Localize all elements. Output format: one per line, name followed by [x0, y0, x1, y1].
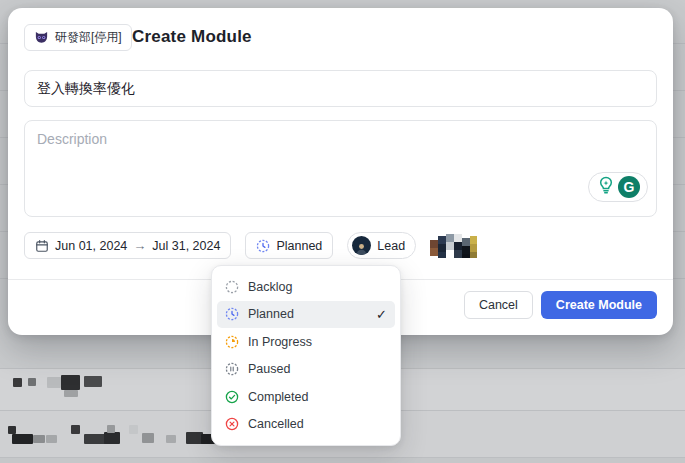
- start-date: Jun 01, 2024: [55, 239, 127, 253]
- status-option-paused[interactable]: Paused: [217, 356, 395, 384]
- create-module-button[interactable]: Create Module: [541, 291, 657, 319]
- backlog-icon: [225, 280, 239, 294]
- screen: 研發部[停用] Create Module G: [0, 0, 685, 463]
- grammarly-widget[interactable]: G: [588, 172, 648, 202]
- cancelled-icon: [225, 417, 239, 431]
- status-dropdown: Backlog Planned ✓ In Progress: [211, 265, 401, 446]
- redacted-pixel-block: [470, 252, 477, 258]
- end-date: Jul 31, 2024: [152, 239, 220, 253]
- module-name-input[interactable]: [24, 70, 657, 107]
- background-gridline: [0, 457, 685, 458]
- in-progress-icon: [225, 335, 239, 349]
- status-option-completed[interactable]: Completed: [217, 383, 395, 411]
- redacted-pixel-block: [462, 254, 470, 258]
- redacted-pixel-block: [446, 242, 454, 250]
- redacted-pixel-block: [454, 250, 462, 258]
- status-option-cancelled[interactable]: Cancelled: [217, 411, 395, 439]
- status-option-planned[interactable]: Planned ✓: [217, 301, 395, 329]
- status-option-label: Cancelled: [248, 417, 304, 431]
- redacted-pixel-block: [462, 246, 470, 254]
- redacted-pixel-block: [438, 236, 446, 244]
- project-monster-icon: [34, 30, 49, 45]
- module-description-input[interactable]: [24, 120, 657, 217]
- date-range-button[interactable]: Jun 01, 2024 → Jul 31, 2024: [24, 232, 231, 259]
- status-option-label: Paused: [248, 362, 290, 376]
- completed-icon: [225, 390, 239, 404]
- calendar-icon: [35, 239, 49, 253]
- status-option-label: Planned: [248, 307, 294, 321]
- lead-label: Lead: [377, 239, 405, 253]
- module-properties-row: Jun 01, 2024 → Jul 31, 2024 Planned: [24, 232, 477, 259]
- check-icon: ✓: [376, 307, 387, 322]
- status-option-label: Completed: [248, 390, 308, 404]
- grammarly-g-icon: G: [618, 176, 640, 198]
- status-option-backlog[interactable]: Backlog: [217, 273, 395, 301]
- status-button[interactable]: Planned: [245, 232, 333, 259]
- members-avatar-redacted[interactable]: [430, 234, 477, 258]
- project-badge[interactable]: 研發部[停用]: [24, 24, 132, 51]
- redacted-pixel-block: [470, 244, 477, 252]
- redacted-pixel-block: [454, 242, 462, 250]
- modal-title: Create Module: [132, 27, 252, 47]
- cancel-button[interactable]: Cancel: [464, 291, 533, 319]
- redacted-pixel-block: [438, 244, 446, 252]
- lead-avatar: [352, 236, 371, 255]
- redacted-pixel-block: [438, 252, 446, 258]
- paused-icon: [225, 362, 239, 376]
- redacted-pixel-block: [454, 234, 462, 242]
- arrow-right-icon: →: [133, 238, 146, 253]
- lead-button[interactable]: Lead: [347, 232, 416, 259]
- project-badge-label: 研發部[停用]: [55, 29, 122, 46]
- redacted-pixel-block: [470, 236, 477, 244]
- grammarly-bulb-icon: [596, 175, 616, 199]
- planned-icon: [225, 307, 239, 321]
- redacted-pixel-block: [446, 234, 454, 242]
- status-option-label: In Progress: [248, 335, 312, 349]
- redacted-pixel-block: [462, 238, 470, 246]
- status-option-label: Backlog: [248, 280, 292, 294]
- planned-status-icon: [256, 239, 270, 253]
- status-option-in-progress[interactable]: In Progress: [217, 328, 395, 356]
- redacted-pixel-block: [430, 248, 438, 256]
- redacted-pixel-block: [430, 240, 438, 248]
- status-label: Planned: [276, 239, 322, 253]
